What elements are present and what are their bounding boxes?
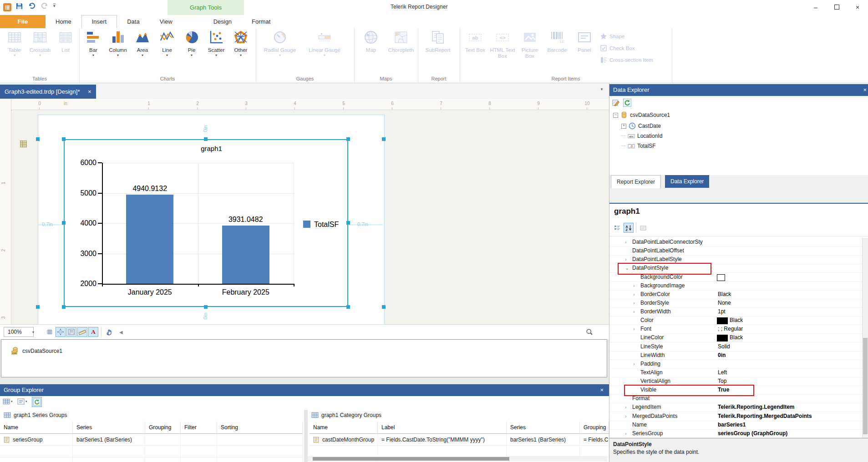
property-row-color[interactable]: ColorBlack [609,316,862,325]
property-expander-icon[interactable]: › [625,412,627,421]
series-groups-cell[interactable] [181,446,217,457]
panel-tab-data-explorer[interactable]: Data Explorer [665,175,709,188]
ribbon-button-crosstab[interactable]: ΣCrosstab ▾ [28,30,52,57]
column-view-button[interactable]: ▾ [3,398,13,405]
property-row-linewidth[interactable]: LineWidth0in [609,351,862,360]
ribbon-button-other[interactable]: Other ▾ [229,30,252,57]
series-groups-cell[interactable] [217,446,303,457]
category-groups-cell[interactable]: = Fields.CastDate.ToString("MMMM yyyy") [378,434,507,446]
show-text-markers-button[interactable]: A [88,327,98,337]
property-value[interactable]: seriesGroup (GraphGroup) [718,429,787,438]
selection-handle[interactable] [346,137,350,141]
selection-handle[interactable] [346,305,350,309]
selection-handle[interactable] [382,137,386,141]
ribbon-button-picture-box[interactable]: Picture Box [517,30,543,59]
property-value[interactable]: Telerik.Reporting.MergedDataPoints [718,412,812,421]
series-groups-cell[interactable] [217,434,303,446]
category-groups-hscroll-thumb[interactable] [313,457,509,461]
show-grid-button[interactable] [45,327,55,337]
selection-handle[interactable] [62,221,66,225]
refresh-groups-button[interactable] [32,397,42,407]
ribbon-tab-insert[interactable]: Insert [81,15,117,29]
property-expander-icon[interactable]: › [633,360,635,368]
tree-node-totalsf[interactable]: .0TotalSF [621,142,656,150]
bar-datapoint[interactable] [222,226,269,284]
snap-to-grid-button[interactable] [56,327,66,337]
restore-button[interactable] [826,0,847,15]
ribbon-button-list[interactable]: List [54,30,77,53]
ribbon-tab-file[interactable]: File [0,15,46,28]
ribbon-button-text-box[interactable]: abText Box [462,30,488,53]
property-expander-icon[interactable]: › [633,325,635,333]
group-explorer-splitter[interactable] [304,410,308,462]
selection-handle[interactable] [204,137,208,141]
property-row-borderwidth[interactable]: ›BorderWidth1pt [609,307,862,316]
property-row-seriesgroup[interactable]: ›SeriesGroupseriesGroup (GraphGroup) [609,429,862,438]
property-row-datapointlabelstyle[interactable]: ›DataPointLabelStyle [609,255,862,264]
property-row-textalign[interactable]: TextAlignLeft [609,368,862,377]
property-value[interactable]: None [718,299,731,307]
property-expander-icon[interactable]: › [625,403,627,412]
ribbon-button-scatter[interactable]: Scatter ▾ [205,30,228,57]
series-groups-cell[interactable] [217,457,303,462]
ribbon-button-map[interactable]: Map [357,30,385,53]
property-row-font[interactable]: ›Font; ; Regular [609,325,862,334]
selection-handle[interactable] [36,305,40,309]
selection-handle[interactable] [62,137,66,141]
show-page-breaks-button[interactable] [66,327,76,337]
redo-icon[interactable] [41,2,49,10]
selection-handle[interactable] [382,305,386,309]
property-row-name[interactable]: NamebarSeries1 [609,421,862,430]
property-value[interactable]: Black [730,333,743,342]
list-view-button[interactable]: ▾ [17,398,27,405]
bar-datapoint[interactable] [126,195,173,284]
ribbon-button-html-text-box[interactable]: <>HTML Text Box [490,30,515,59]
design-surface[interactable]: 012345678910in 123 graph1200030004000500… [0,99,609,324]
zoom-tool-button[interactable] [584,327,594,337]
undo-icon[interactable] [28,2,36,10]
categorized-view-button[interactable] [612,223,622,233]
property-expander-icon[interactable]: › [633,290,635,299]
category-groups-cell[interactable]: barSeries1 (BarSeries) [507,434,580,446]
ribbon-tab-format[interactable]: Format [242,15,280,28]
property-value[interactable]: Black [730,316,743,325]
property-row-datapointlabelconnectorsty[interactable]: ›DataPointLabelConnectorSty [609,238,862,247]
ribbon-button-panel[interactable]: Panel [572,30,597,53]
property-row-format[interactable]: Format [609,394,862,403]
property-row-linecolor[interactable]: LineColorBlack [609,333,862,342]
ribbon-button-line[interactable]: Line ▾ [156,30,178,57]
ribbon-tab-data[interactable]: Data [117,15,149,28]
refresh-icon[interactable] [623,99,631,107]
expand-icon[interactable]: + [621,124,626,129]
property-row-datapointstyle[interactable]: ⌄DataPointStyle [609,264,862,273]
property-value[interactable]: True [718,386,729,394]
window-list-dropdown-icon[interactable]: ▼ [600,87,604,91]
ribbon-button-barcode[interactable]: 123Barcode [544,30,570,53]
series-groups-cell[interactable] [73,457,145,462]
ribbon-tab-home[interactable]: Home [46,15,81,28]
property-grid-vscroll-thumb[interactable] [863,338,868,434]
property-value[interactable]: 0in [718,351,726,360]
zoom-level-box[interactable]: 100% [4,327,34,337]
series-groups-cell[interactable] [145,457,181,462]
data-explorer-close-icon[interactable]: × [863,84,867,96]
property-value[interactable]: Black [718,290,731,299]
document-tab-close-icon[interactable]: × [88,88,91,95]
ribbon-button-check-box[interactable]: Check Box [600,45,635,52]
property-expander-icon[interactable]: › [625,255,627,264]
ribbon-tab-view[interactable]: View [150,15,183,28]
property-row-verticalalign[interactable]: VerticalAlignTop [609,377,862,386]
property-expander-icon[interactable]: › [633,281,635,290]
edit-datasource-icon[interactable] [612,99,620,107]
collapse-icon[interactable]: − [613,113,618,118]
property-value[interactable]: 1pt [718,307,726,316]
ribbon-button-area[interactable]: Area ▾ [131,30,154,57]
close-button[interactable]: × [847,0,868,15]
ribbon-tab-design[interactable]: Design [203,15,242,28]
ribbon-button-shape[interactable]: Shape [600,33,624,40]
category-groups-cell[interactable]: castDateMonthGroup [310,434,378,446]
tree-node-castdate[interactable]: +CastDate [621,122,661,130]
series-groups-cell[interactable] [145,446,181,457]
category-groups-cell[interactable]: = Fields.C [580,434,609,446]
tree-node-root[interactable]: −csvDataSource1 [613,111,670,119]
